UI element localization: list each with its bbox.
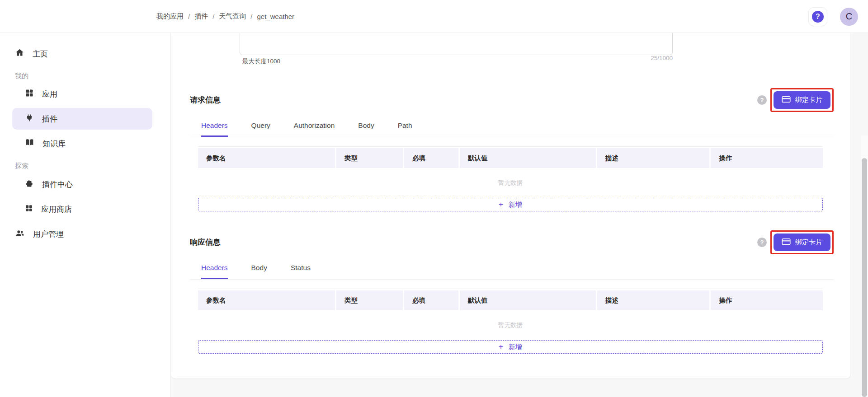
request-params-table: 参数名 类型 必填 默认值 描述 操作 暂无数据 + 新增 — [198, 146, 823, 211]
column-header-required: 必填 — [404, 148, 458, 168]
question-circle-icon[interactable]: ? — [757, 95, 767, 105]
table-header-row: 参数名 类型 必填 默认值 描述 操作 — [198, 290, 823, 310]
bind-card-label: 绑定卡片 — [795, 238, 822, 247]
sidebar-item-app-store[interactable]: 应用商店 — [12, 198, 152, 220]
sidebar-item-plugin-center[interactable]: 插件中心 — [12, 173, 152, 195]
column-header-required: 必填 — [404, 290, 458, 310]
sidebar-item-label: 应用 — [42, 89, 57, 99]
sidebar-item-label: 用户管理 — [33, 229, 64, 239]
credit-card-icon — [782, 238, 791, 247]
sidebar-group-explore: 探索 — [15, 160, 28, 172]
plus-icon: + — [499, 342, 503, 351]
column-header-actions: 操作 — [711, 290, 823, 310]
sidebar-item-knowledge[interactable]: 知识库 — [12, 133, 152, 154]
highlight-annotation-box: 绑定卡片 — [770, 230, 834, 254]
sidebar-item-label: 主页 — [33, 49, 48, 59]
empty-state-text: 暂无数据 — [198, 321, 823, 329]
sidebar-item-plugins[interactable]: 插件 — [12, 108, 152, 130]
breadcrumb: 我的应用 / 插件 / 天气查询 / get_weather — [156, 12, 294, 21]
column-header-default: 默认值 — [460, 290, 596, 310]
scrollbar-thumb[interactable] — [862, 158, 867, 397]
tab-body[interactable]: Body — [251, 259, 267, 279]
sidebar-item-home[interactable]: 主页 — [12, 43, 152, 65]
add-row-button[interactable]: + 新增 — [198, 340, 823, 354]
highlight-annotation-box: 绑定卡片 — [770, 88, 834, 112]
store-grid-icon — [25, 204, 33, 215]
breadcrumb-plugins[interactable]: 插件 — [194, 12, 208, 21]
plus-icon: + — [499, 200, 503, 209]
apps-icon — [25, 89, 34, 100]
empty-state-text: 暂无数据 — [198, 179, 823, 187]
sidebar-item-label: 插件中心 — [42, 179, 73, 190]
question-circle-icon[interactable]: ? — [757, 238, 767, 247]
header-actions: ? C — [808, 0, 858, 33]
question-circle-icon: ? — [812, 11, 824, 23]
request-section-title: 请求信息 — [190, 95, 221, 105]
home-icon — [15, 48, 24, 60]
breadcrumb-weather-query[interactable]: 天气查询 — [219, 12, 246, 21]
column-header-default: 默认值 — [460, 148, 596, 168]
tab-headers[interactable]: Headers — [201, 117, 228, 137]
column-header-description: 描述 — [597, 290, 709, 310]
add-row-label: 新增 — [509, 201, 522, 209]
breadcrumb-my-apps[interactable]: 我的应用 — [156, 12, 184, 21]
add-row-button[interactable]: + 新增 — [198, 198, 823, 211]
sidebar-item-label: 应用商店 — [41, 204, 72, 215]
column-header-type: 类型 — [336, 148, 403, 168]
tab-query[interactable]: Query — [251, 117, 270, 137]
add-row-label: 新增 — [509, 343, 522, 351]
request-info-section: 请求信息 ? 绑定卡片 Headers Query Authorization … — [190, 86, 834, 211]
breadcrumb-separator: / — [212, 13, 214, 20]
sidebar: 主页 我的 应用 插件 知识库 探索 插件中心 应用商店 — [0, 33, 171, 397]
column-header-param-name: 参数名 — [198, 290, 335, 310]
breadcrumb-get-weather[interactable]: get_weather — [257, 13, 295, 20]
puzzle-icon — [25, 179, 34, 190]
tab-authorization[interactable]: Authorization — [294, 117, 335, 137]
bind-card-button[interactable]: 绑定卡片 — [774, 234, 830, 251]
response-params-table: 参数名 类型 必填 默认值 描述 操作 暂无数据 + 新增 — [198, 289, 823, 354]
plug-icon — [25, 113, 34, 125]
sidebar-item-label: 插件 — [42, 114, 57, 124]
main-content-card: 最大长度1000 25/1000 请求信息 ? 绑定卡片 Headers Que… — [171, 33, 850, 378]
column-header-description: 描述 — [597, 148, 709, 168]
bind-card-label: 绑定卡片 — [795, 96, 822, 104]
avatar[interactable]: C — [840, 8, 858, 26]
breadcrumb-separator: / — [188, 13, 190, 20]
tab-path[interactable]: Path — [398, 117, 412, 137]
tab-body[interactable]: Body — [358, 117, 374, 137]
column-header-param-name: 参数名 — [198, 148, 335, 168]
sidebar-item-apps[interactable]: 应用 — [12, 83, 152, 105]
sidebar-group-my: 我的 — [15, 70, 28, 82]
column-header-type: 类型 — [336, 290, 403, 310]
credit-card-icon — [782, 96, 791, 104]
response-section-title: 响应信息 — [190, 237, 221, 248]
sidebar-item-label: 知识库 — [42, 139, 66, 149]
top-header: 我的应用 / 插件 / 天气查询 / get_weather ? C — [0, 0, 868, 33]
breadcrumb-separator: / — [250, 13, 252, 20]
bind-card-button[interactable]: 绑定卡片 — [774, 91, 830, 109]
book-icon — [25, 138, 34, 149]
users-icon — [15, 228, 25, 240]
response-tabs: Headers Body Status — [190, 259, 834, 280]
sidebar-item-user-management[interactable]: 用户管理 — [12, 223, 152, 245]
tab-status[interactable]: Status — [291, 259, 311, 279]
column-header-actions: 操作 — [711, 148, 823, 168]
table-header-row: 参数名 类型 必填 默认值 描述 操作 — [198, 148, 823, 168]
tab-headers[interactable]: Headers — [201, 259, 228, 279]
char-counter: 25/1000 — [240, 55, 673, 61]
request-tabs: Headers Query Authorization Body Path — [190, 117, 834, 137]
help-button[interactable]: ? — [808, 7, 827, 26]
response-info-section: 响应信息 ? 绑定卡片 Headers Body Status — [190, 229, 834, 354]
description-textarea[interactable] — [240, 33, 673, 55]
